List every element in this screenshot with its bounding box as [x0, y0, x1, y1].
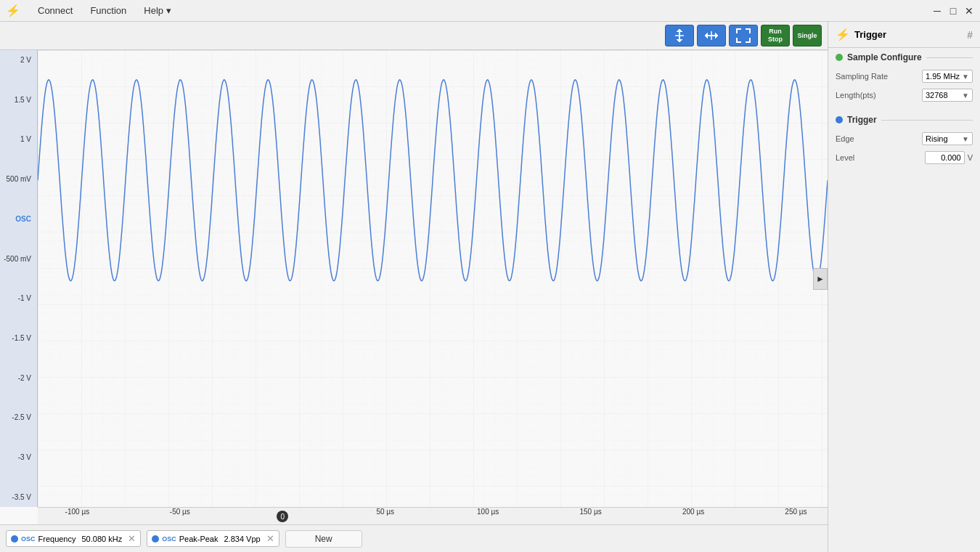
y-label-neg3v: -3 V [3, 453, 34, 461]
panel-title-left: ⚡ Trigger [836, 28, 886, 41]
sample-configure-dot [836, 54, 843, 61]
expand-arrow-button[interactable]: ► [813, 268, 828, 290]
trigger-label: Trigger [847, 115, 877, 125]
level-unit: V [968, 153, 973, 162]
frequency-measurement: OSC Frequency 50.080 kHz ✕ [6, 530, 141, 547]
osc-area: Run Stop Single 2 V 1.5 V 1 V 500 mV OSC… [0, 22, 828, 552]
sampling-rate-label: Sampling Rate [836, 72, 888, 81]
sample-configure-line [926, 57, 973, 58]
edge-dropdown[interactable]: Rising ▼ [922, 132, 973, 145]
panel-title-text: Trigger [854, 29, 886, 40]
pp-close-button[interactable]: ✕ [266, 533, 274, 544]
hash-icon: # [967, 29, 973, 41]
y-label-0: OSC [3, 215, 34, 223]
svg-rect-4 [38, 50, 828, 507]
trigger-dot [836, 116, 843, 123]
zoom-vertical-button[interactable] [665, 25, 694, 46]
time-zero-marker: 0 [277, 511, 288, 522]
length-pts-label: Length(pts) [836, 91, 876, 100]
length-pts-dropdown[interactable]: 32768 ▼ [922, 89, 973, 102]
menu-help[interactable]: Help ▾ [141, 4, 173, 17]
toolbar: Run Stop Single [0, 22, 828, 49]
time-label-50: 50 µs [376, 508, 394, 516]
app-icon: ⚡ [6, 4, 20, 17]
level-input-group: V [925, 151, 973, 164]
freq-close-button[interactable]: ✕ [128, 533, 136, 544]
sampling-rate-arrow: ▼ [962, 73, 969, 81]
maximize-button[interactable]: □ [948, 6, 958, 16]
grid-area [38, 50, 828, 507]
pp-label: Peak-Peak [179, 535, 219, 543]
time-label-100: 100 µs [477, 508, 499, 516]
y-label-1v: 1 V [3, 135, 34, 143]
time-axis: -100 µs -50 µs 0 50 µs 100 µs 150 µs 200… [38, 507, 828, 524]
edge-value: Rising [926, 134, 948, 143]
trigger-line [881, 120, 973, 121]
close-button[interactable]: ✕ [964, 6, 974, 16]
time-label-200: 200 µs [682, 508, 704, 516]
level-row: Level V [828, 148, 980, 167]
y-label-neg15v: -1.5 V [3, 334, 34, 342]
run-stop-button[interactable]: Run Stop [761, 25, 790, 46]
zoom-fit-button[interactable] [729, 25, 758, 46]
edge-arrow: ▼ [962, 135, 969, 143]
time-label-neg100: -100 µs [65, 508, 90, 516]
y-label-neg500mv: -500 mV [3, 255, 34, 263]
y-label-15v: 1.5 V [3, 96, 34, 104]
title-bar-left: ⚡ Connect Function Help ▾ [6, 4, 174, 17]
sampling-rate-dropdown[interactable]: 1.95 MHz ▼ [922, 70, 973, 83]
level-input[interactable] [925, 151, 965, 164]
time-label-150: 150 µs [579, 508, 601, 516]
freq-dot [11, 535, 18, 543]
edge-row: Edge Rising ▼ [828, 129, 980, 148]
minimize-button[interactable]: ─ [932, 6, 942, 16]
title-bar-right: ─ □ ✕ [932, 6, 974, 16]
panel-title: ⚡ Trigger # [828, 22, 980, 48]
sampling-rate-row: Sampling Rate 1.95 MHz ▼ [828, 67, 980, 86]
menu-connect[interactable]: Connect [35, 4, 75, 17]
freq-label: Frequency [38, 535, 76, 543]
length-pts-arrow: ▼ [962, 92, 969, 100]
trigger-header: Trigger [828, 110, 980, 129]
freq-value: 50.080 kHz [82, 535, 123, 543]
edge-label: Edge [836, 134, 854, 143]
y-label-2v: 2 V [3, 56, 34, 64]
single-button[interactable]: Single [793, 25, 822, 46]
sample-configure-header: Sample Configure [828, 48, 980, 67]
title-bar: ⚡ Connect Function Help ▾ ─ □ ✕ [0, 0, 980, 22]
waveform-svg [38, 50, 828, 507]
menu-function[interactable]: Function [87, 4, 129, 17]
pp-dot [152, 535, 159, 543]
time-label-neg50: -50 µs [170, 508, 190, 516]
pp-osc-label: OSC [162, 535, 176, 543]
osc-display: 2 V 1.5 V 1 V 500 mV OSC -500 mV -1 V -1… [0, 49, 828, 507]
right-panel: ⚡ Trigger # Sample Configure Sampling Ra… [828, 22, 980, 552]
main-container: Run Stop Single 2 V 1.5 V 1 V 500 mV OSC… [0, 22, 980, 552]
trigger-icon: ⚡ [836, 28, 850, 41]
bottom-bar: OSC Frequency 50.080 kHz ✕ OSC Peak-Peak… [0, 524, 828, 552]
freq-osc-label: OSC [21, 535, 36, 543]
new-measurement-button[interactable]: New [285, 530, 362, 548]
y-label-neg35v: -3.5 V [3, 493, 34, 501]
length-pts-row: Length(pts) 32768 ▼ [828, 86, 980, 105]
y-axis: 2 V 1.5 V 1 V 500 mV OSC -500 mV -1 V -1… [0, 50, 38, 507]
level-label: Level [836, 153, 854, 162]
peak-peak-measurement: OSC Peak-Peak 2.834 Vpp ✕ [147, 530, 279, 547]
y-label-neg2v: -2 V [3, 374, 34, 382]
time-label-250: 250 µs [785, 508, 807, 516]
zoom-horizontal-button[interactable] [697, 25, 726, 46]
sample-configure-label: Sample Configure [847, 52, 922, 62]
length-pts-value: 32768 [926, 91, 948, 100]
y-label-neg25v: -2.5 V [3, 413, 34, 421]
y-label-500mv: 500 mV [3, 175, 34, 183]
y-label-neg1v: -1 V [3, 294, 34, 302]
sampling-rate-value: 1.95 MHz [926, 72, 960, 81]
pp-value: 2.834 Vpp [224, 535, 260, 543]
